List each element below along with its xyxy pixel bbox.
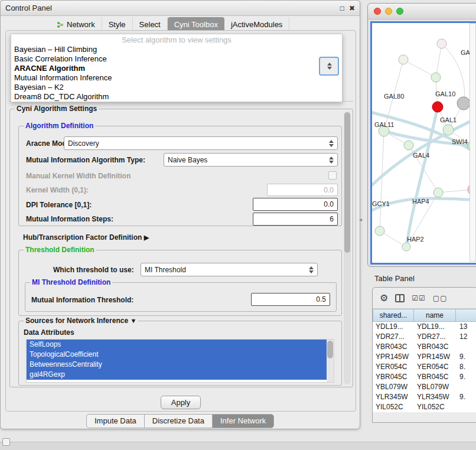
apply-button[interactable]: Apply [161,396,201,409]
kernel-width-field[interactable]: 0.0 [267,184,338,196]
network-node[interactable] [402,243,410,251]
manual-kernel-label: Manual Kernel Width Definition [26,172,131,180]
tab-network-label: Network [67,20,95,29]
which-threshold-select[interactable]: MI Threshold [141,263,318,276]
group-title: Sources for Network Inference ▼ [24,317,138,325]
network-node[interactable] [457,97,470,110]
node-label: GAL4 [413,152,429,159]
list-item[interactable]: gal4RGexp [27,370,327,380]
dropdown-item[interactable]: Bayesian – Hill Climbing [11,45,342,54]
table-panel-title: Table Panel [374,274,415,283]
hub-tf-disclosure[interactable]: Hub/Transcription Factor Definition ▶ [23,233,149,242]
deselect-all-rows-icon[interactable]: ▢▢ [433,294,448,302]
node-label: GAL11 [374,121,394,128]
dropdown-item[interactable]: Dream8 DC_TDC Algorithm [11,92,342,102]
settings-scrollbar-thumb[interactable] [344,112,350,253]
mi-type-select[interactable]: Naive Bayes [164,153,338,167]
table-row[interactable]: YPR145WYPR145W9. [373,352,476,362]
network-graph: GAL8 GAL80 GAL10 GAL11 GAL1 SWI4 GAL4 GC… [372,23,476,263]
network-icon [57,21,64,28]
close-window-icon[interactable]: ✖ [349,4,355,12]
zoom-traffic-light[interactable] [396,8,403,15]
dropdown-item[interactable]: Bayesian – K2 [11,83,342,92]
table-toolbar: ⚙ ☑☑ ▢▢ [373,288,476,309]
algorithm-combobox-button[interactable] [319,57,339,76]
close-traffic-light[interactable] [374,8,381,15]
tab-discretize-data[interactable]: Discretize Data [144,414,213,428]
stepper-icon [327,62,332,70]
node-label: GAL10 [435,90,455,97]
control-panel-titlebar[interactable]: Control Panel □ ✖ [1,1,360,16]
mi-threshold-field[interactable]: 0.5 [251,293,330,306]
network-node-gal10[interactable] [432,102,443,112]
network-node[interactable] [375,226,384,236]
network-node[interactable] [399,55,408,64]
dropdown-placeholder[interactable]: Select algorithm to view settings [11,35,342,45]
network-node-gal1[interactable] [443,125,454,135]
node-label: GCY1 [372,200,390,207]
network-node[interactable] [404,141,413,150]
node-label: GAL80 [384,93,404,100]
minimize-traffic-light[interactable] [385,8,392,15]
network-vertical-scrollbar[interactable] [470,23,476,262]
column-header[interactable]: name [413,309,456,322]
float-window-icon[interactable]: □ [340,4,344,12]
splitter-collapse-icon[interactable]: ◂ [359,216,362,223]
table-row[interactable]: YDL19...YDL19...13 [373,322,476,332]
show-columns-icon[interactable] [395,294,405,302]
network-node[interactable] [431,73,441,82]
node-label: GAL1 [440,116,457,123]
network-view-window: GAL8 GAL80 GAL10 GAL11 GAL1 SWI4 GAL4 GC… [367,3,476,267]
network-node[interactable] [433,188,443,197]
network-node[interactable] [437,39,446,48]
network-canvas[interactable]: GAL8 GAL80 GAL10 GAL11 GAL1 SWI4 GAL4 GC… [370,21,476,265]
group-title: MI Threshold Definition [30,278,112,286]
cyni-algorithm-settings-group: Cyni Algorithm Settings Algorithm Defini… [9,109,353,387]
column-header[interactable]: shared... [373,309,414,322]
settings-scrollbar[interactable] [344,112,351,384]
list-item[interactable]: BetweennessCentrality [27,360,327,370]
table-row[interactable]: YBR045CYBR045C9. [373,372,476,382]
collapsed-panel-icon[interactable] [2,438,10,446]
node-label: HAP2 [407,236,424,243]
column-header[interactable] [455,309,476,322]
list-item[interactable]: TopologicalCoefficient [27,350,327,360]
threshold-definition-group: Threshold Definition Which threshold to … [18,250,342,316]
table-row[interactable]: YIL052CYIL052C [373,402,476,412]
stepper-icon [328,139,334,148]
cyni-bottom-tabs: Impute Data Discretize Data Infer Networ… [86,414,274,428]
chevron-right-icon: ▶ [144,234,149,241]
network-view-titlebar[interactable] [368,4,476,19]
aracne-mode-select[interactable]: Discovery [64,136,338,150]
status-bar [0,442,476,450]
sources-group: Sources for Network Inference ▼ Data Att… [18,321,342,386]
dropdown-item[interactable]: Basic Correlation Inference [11,54,342,64]
table-row[interactable]: YDR27...YDR27...12 [373,332,476,342]
stepper-icon [308,266,314,274]
gear-icon[interactable]: ⚙ [380,292,388,304]
tab-infer-network[interactable]: Infer Network [212,414,274,428]
data-attributes-label: Data Attributes [24,328,74,337]
tab-impute-data[interactable]: Impute Data [86,414,145,428]
list-scrollbar-thumb[interactable] [327,341,333,358]
list-item[interactable]: SelfLoops [27,340,327,350]
dpi-tolerance-label: DPI Tolerance [0,1]: [26,201,92,209]
table-header: shared... name [373,309,476,322]
mi-threshold-definition-group: MI Threshold Definition Mutual Informati… [25,282,337,312]
table-row[interactable]: YBR043CYBR043C [373,342,476,352]
table-row[interactable]: YBL079WYBL079W [373,382,476,392]
table-row[interactable]: YER054CYER054C8. [373,362,476,372]
list-scrollbar[interactable] [327,340,334,382]
mi-steps-field[interactable]: 6 [253,213,338,226]
table-row[interactable]: YLR345WYLR345W9. [373,392,476,402]
manual-kernel-checkbox[interactable] [328,171,337,180]
select-all-rows-icon[interactable]: ☑☑ [412,294,426,302]
group-title: Cyni Algorithm Settings [15,105,99,113]
dropdown-item[interactable]: Mutual Information Inference [11,73,342,83]
chevron-down-icon[interactable]: ▼ [130,317,136,324]
mi-threshold-label: Mutual Information Threshold: [31,296,133,304]
dpi-tolerance-field[interactable]: 0.0 [253,198,338,211]
dropdown-item-selected[interactable]: ARACNE Algorithm [11,64,342,73]
mi-steps-label: Mutual Information Steps: [26,215,113,223]
algorithm-definition-group: Algorithm Definition Aracne Mode: Discov… [18,126,342,226]
